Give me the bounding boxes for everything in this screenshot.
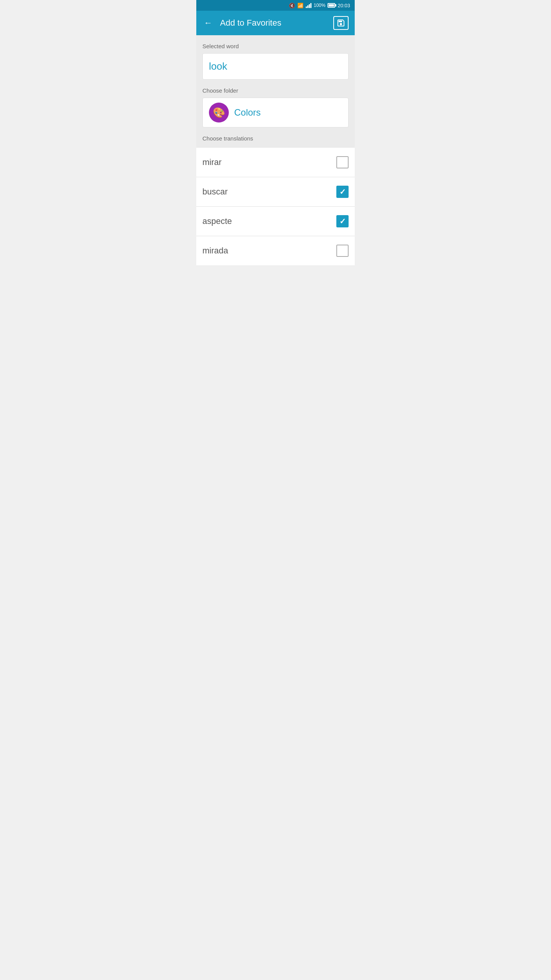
translation-item[interactable]: mirar [196,148,355,177]
signal-bars-icon [306,3,311,8]
folder-selector[interactable]: 🎨 Colors [202,98,349,127]
folder-name: Colors [234,107,261,118]
choose-folder-label: Choose folder [202,87,349,94]
selected-word-value: look [209,60,227,72]
translation-word: aspecte [202,216,232,226]
translation-checkbox[interactable]: ✓ [336,215,349,227]
folder-icon-circle: 🎨 [209,103,229,122]
status-bar: 🔇 📶 100% 20:03 [196,0,355,11]
page-title: Add to Favorites [220,18,281,28]
app-bar: ← Add to Favorites [196,11,355,35]
palette-icon: 🎨 [213,107,225,119]
translation-checkbox[interactable] [336,245,349,257]
save-button[interactable] [333,16,349,30]
checkmark-icon: ✓ [339,188,346,196]
selected-word-input[interactable]: look [202,53,349,80]
choose-translations-label: Choose translations [202,135,349,142]
mute-icon: 🔇 [289,3,295,8]
back-arrow-icon: ← [204,18,212,28]
selected-word-label: Selected word [202,43,349,49]
translations-list: mirarbuscar✓aspecte✓mirada [196,148,355,265]
translation-checkbox[interactable]: ✓ [336,186,349,198]
wifi-icon: 📶 [297,3,303,8]
status-time: 20:03 [337,3,350,8]
translation-word: buscar [202,187,228,197]
translation-item[interactable]: buscar✓ [196,177,355,207]
translation-word: mirada [202,246,228,256]
form-content: Selected word look Choose folder 🎨 Color… [196,35,355,148]
battery-percentage: 100% [314,3,326,8]
save-icon [336,18,346,28]
translation-item[interactable]: mirada [196,236,355,265]
translation-word: mirar [202,157,222,167]
translation-item[interactable]: aspecte✓ [196,207,355,236]
battery-icon [328,3,335,8]
translation-checkbox[interactable] [336,156,349,168]
checkmark-icon: ✓ [339,217,346,225]
back-button[interactable]: ← [202,16,214,29]
